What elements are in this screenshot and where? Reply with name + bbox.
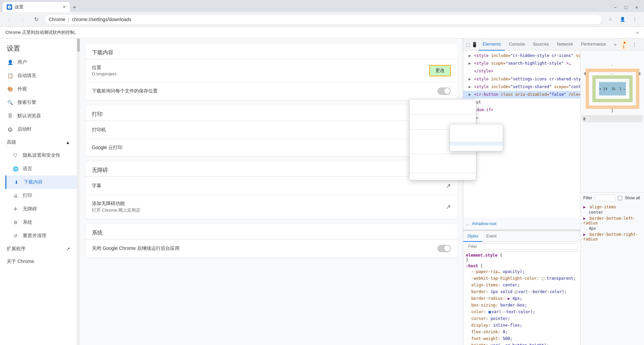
devtools-more-tabs[interactable]: » bbox=[611, 42, 619, 47]
context-store-global[interactable] bbox=[410, 175, 476, 179]
menu-separator-4 bbox=[410, 173, 476, 173]
devtools-settings-button[interactable]: ⋮ bbox=[630, 40, 639, 49]
element-line-3[interactable]: </style> bbox=[463, 67, 580, 75]
advanced-label: 高级 bbox=[7, 139, 16, 145]
address-bar[interactable]: Chrome | chrome://settings/downloads bbox=[44, 14, 602, 25]
captions-external-icon[interactable]: ↗ bbox=[446, 183, 451, 189]
bookmark-button[interactable]: ☆ bbox=[605, 14, 616, 25]
computed-prop-1-val: center bbox=[583, 210, 641, 215]
background-toggle[interactable] bbox=[437, 245, 451, 252]
element-line-8[interactable]: ▶ <dom-if> bbox=[463, 106, 580, 114]
styles-filter-input[interactable] bbox=[466, 243, 578, 250]
bottom-tab-styles[interactable]: Styles bbox=[463, 231, 482, 242]
advanced-collapse-icon: ▲ bbox=[65, 140, 70, 145]
new-tab-button[interactable]: + bbox=[70, 3, 79, 12]
context-focus[interactable] bbox=[410, 167, 476, 171]
sidebar-item-language[interactable]: 🌐 语言 bbox=[5, 162, 77, 176]
forward-button[interactable]: → bbox=[17, 14, 28, 25]
sidebar-label-privacy: 隐私设置和安全性 bbox=[23, 152, 60, 158]
add-accessibility-external-icon[interactable]: ↗ bbox=[446, 204, 451, 210]
extensions-nav[interactable]: 扩展程序 ↗ bbox=[0, 243, 77, 255]
devtools-inspect-button[interactable]: ⬚ bbox=[466, 40, 470, 49]
devtools-tab-network[interactable]: Network bbox=[553, 39, 577, 51]
breadcrumb-shadow-root[interactable]: #shadow-root bbox=[472, 221, 496, 226]
element-line-2[interactable]: ▶ <style scope="search-highlight-style" … bbox=[463, 60, 580, 67]
sidebar-item-startup[interactable]: ⏻ 启动时 bbox=[0, 123, 77, 136]
devtools-tab-performance[interactable]: Performance bbox=[577, 39, 610, 51]
submenu-copy-outerhtml[interactable] bbox=[450, 126, 503, 130]
context-cut-element[interactable] bbox=[410, 116, 476, 120]
sidebar-item-autofill[interactable]: 📋 自动填充 bbox=[0, 69, 77, 82]
bottom-tab-event[interactable]: Event bbox=[482, 231, 501, 242]
devtools-tab-console[interactable]: Console bbox=[505, 39, 529, 51]
right-filter-input[interactable] bbox=[595, 195, 615, 201]
devtools-device-button[interactable]: 📱 bbox=[472, 40, 477, 49]
warning-text: Chrome 正受到自动测试软件的控制。 bbox=[5, 29, 79, 36]
ask-toggle[interactable] bbox=[437, 87, 451, 95]
submenu-copy-styles[interactable] bbox=[450, 138, 503, 142]
sidebar-label-language: 语言 bbox=[23, 166, 32, 172]
devtools-tab-elements[interactable]: Elements bbox=[479, 39, 505, 51]
setting-row-add-accessibility: 添加无障碍功能 打开 Chrome 网上应用店 ↗ bbox=[85, 195, 458, 219]
startup-icon: ⏻ bbox=[7, 126, 13, 133]
tab-close-button[interactable]: × bbox=[63, 4, 66, 10]
warning-close-button[interactable]: × bbox=[636, 30, 639, 35]
active-tab[interactable]: 设置 × bbox=[3, 2, 70, 12]
sidebar-item-accessibility[interactable]: ✛ 无障碍 bbox=[5, 202, 77, 216]
setting-row-cloud-print[interactable]: Google 云打印 › bbox=[85, 139, 458, 156]
advanced-section-header[interactable]: 高级 ▲ bbox=[0, 136, 77, 149]
sidebar-item-print[interactable]: 🖨 打印 bbox=[5, 189, 77, 202]
sidebar-item-downloads[interactable]: ⬇ 下载内容 bbox=[5, 176, 77, 189]
system-icon: ⚙ bbox=[12, 219, 19, 226]
show-all-label[interactable]: Show all bbox=[625, 196, 640, 200]
maximize-button[interactable]: □ bbox=[621, 3, 631, 12]
sidebar-item-reset[interactable]: ↺ 重置并清理 bbox=[5, 229, 77, 243]
change-location-button[interactable]: 更改 bbox=[429, 65, 451, 76]
submenu-copy-xpath[interactable] bbox=[450, 142, 503, 146]
downloads-section: 下载内容 位置 D:\myproject cr-button 66.81 × 3 bbox=[85, 44, 458, 100]
sidebar-item-search[interactable]: 🔍 搜索引擎 bbox=[0, 96, 77, 109]
minimize-button[interactable]: − bbox=[610, 3, 620, 12]
sidebar-item-users[interactable]: 👤 用户 bbox=[0, 56, 77, 69]
print-section: 打印 打印机 ↗ Google 云打印 bbox=[85, 106, 458, 156]
print-icon: 🖨 bbox=[12, 192, 19, 199]
copy-submenu[interactable] bbox=[449, 124, 503, 151]
context-collapse-children[interactable] bbox=[410, 159, 476, 163]
back-button[interactable]: ← bbox=[4, 14, 15, 25]
sidebar-item-appearance[interactable]: 🎨 外观 bbox=[0, 82, 77, 96]
search-engine-icon: 🔍 bbox=[7, 99, 13, 106]
element-line-4[interactable]: ▶ <style include="settings-icons cr-shar… bbox=[463, 75, 580, 83]
submenu-copy-selector[interactable] bbox=[450, 130, 503, 134]
context-scroll-into-view[interactable] bbox=[410, 163, 476, 167]
sidebar-item-privacy[interactable]: 🛡 隐私设置和安全性 bbox=[5, 149, 77, 162]
submenu-copy-full-xpath[interactable] bbox=[450, 146, 503, 150]
context-copy-element[interactable] bbox=[410, 120, 476, 124]
devtools-close-button[interactable]: × bbox=[641, 40, 644, 49]
devtools-tab-sources[interactable]: Sources bbox=[529, 39, 553, 51]
setting-path: D:\myproject bbox=[92, 71, 424, 76]
close-window-button[interactable]: × bbox=[632, 3, 641, 12]
computed-prop-2: ▶ border-bottom-left-radius bbox=[583, 216, 641, 225]
accessibility-icon: ✛ bbox=[12, 206, 19, 212]
element-line-selected[interactable]: ▶ <cr-button class aria-disabled="false"… bbox=[463, 91, 580, 98]
submenu-copy-js-path[interactable] bbox=[450, 134, 503, 138]
sidebar-item-default-browser[interactable]: 🗄 默认浏览器 bbox=[0, 109, 77, 123]
show-all-checkbox[interactable] bbox=[618, 196, 622, 200]
devtools-warning-badge[interactable]: ▲ 1 bbox=[621, 39, 629, 50]
sidebar-item-system[interactable]: ⚙ 系统 bbox=[5, 216, 77, 229]
context-delete-element[interactable] bbox=[410, 109, 476, 113]
context-add-attribute[interactable] bbox=[410, 101, 476, 105]
setting-label-printer: 打印机 bbox=[92, 127, 440, 133]
context-edit-html[interactable] bbox=[410, 105, 476, 109]
extensions-label: 扩展程序 bbox=[7, 246, 25, 252]
menu-button[interactable]: ⋮ bbox=[629, 14, 640, 25]
element-line-7[interactable]: "but bbox=[463, 98, 580, 106]
sidebar-item-about[interactable]: 关于 Chrome bbox=[0, 255, 77, 268]
element-line-5[interactable]: ▶ <style include="settings-shared" scope… bbox=[463, 83, 580, 91]
refresh-button[interactable]: ↻ bbox=[31, 14, 42, 25]
element-line-1[interactable]: ▶ <style include="cr-hidden-style cr-ico… bbox=[463, 52, 580, 60]
context-expand-recursively[interactable] bbox=[410, 155, 476, 159]
account-button[interactable]: 👤 bbox=[617, 14, 628, 25]
section-title-print: 打印 bbox=[85, 106, 458, 121]
element-line-9[interactable]: "if> bbox=[463, 114, 580, 122]
